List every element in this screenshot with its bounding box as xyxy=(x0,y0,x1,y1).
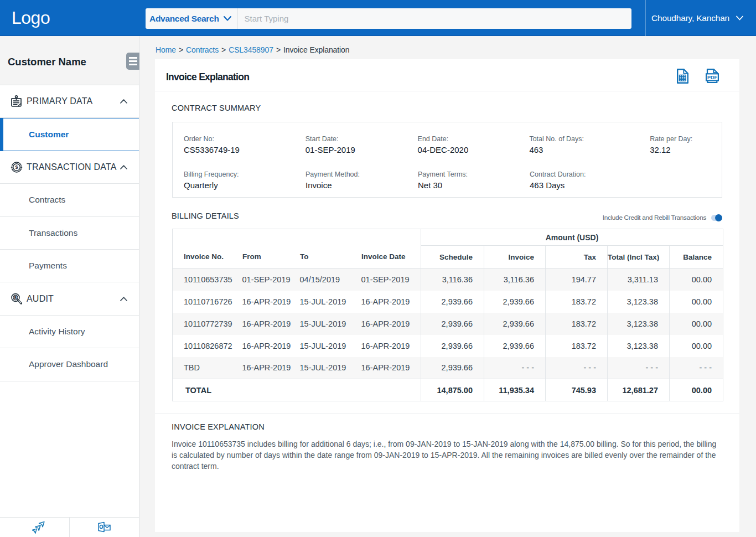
svg-text:$: $ xyxy=(15,164,18,170)
svg-text:PDF: PDF xyxy=(707,75,718,80)
svg-text:B: B xyxy=(14,296,17,300)
